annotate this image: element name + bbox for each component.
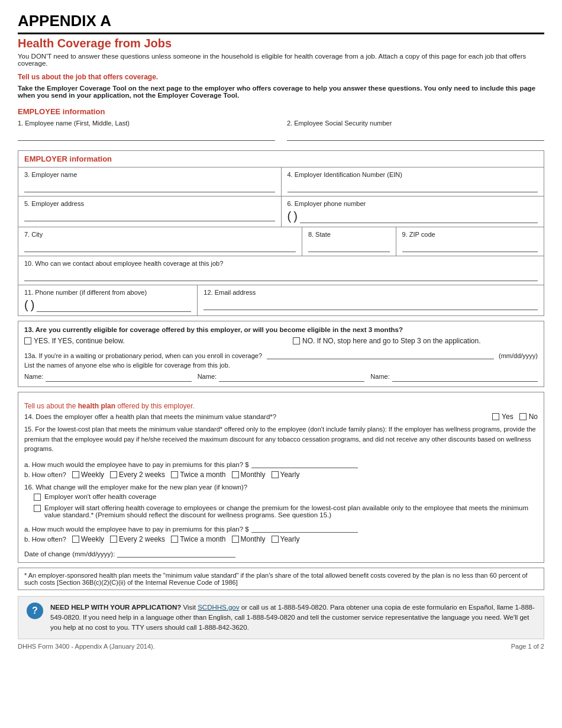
q15-weekly-option[interactable]: Weekly bbox=[72, 471, 104, 479]
yes-checkbox[interactable] bbox=[24, 337, 31, 344]
q15b-row: b. How often? Weekly Every 2 weeks Twice… bbox=[24, 471, 538, 479]
q16-monthly-option[interactable]: Monthly bbox=[232, 535, 266, 543]
employer-row-5-6: 5. Employer address 6. Employer phone nu… bbox=[18, 197, 544, 227]
help-box: ? NEED HELP WITH YOUR APPLICATION? Visit… bbox=[18, 596, 544, 640]
phone-diff-cell: 11. Phone number (if different from abov… bbox=[18, 285, 197, 315]
name1-input[interactable] bbox=[46, 371, 191, 382]
q15-twice-month-checkbox[interactable] bbox=[171, 471, 178, 478]
q16-option2-row[interactable]: Employer will start offering health cove… bbox=[34, 504, 538, 518]
q15-twice-month-option[interactable]: Twice a month bbox=[171, 471, 225, 479]
help-text1: Visit bbox=[183, 604, 198, 611]
q10-input[interactable] bbox=[24, 268, 538, 281]
q15-yearly-label: Yearly bbox=[280, 471, 300, 479]
q14-yes-label: Yes bbox=[502, 413, 513, 421]
q15-every2weeks-option[interactable]: Every 2 weeks bbox=[110, 471, 165, 479]
name3-input[interactable] bbox=[392, 371, 538, 382]
employee-name-group: 1. Employee name (First, Middle, Last) bbox=[18, 120, 275, 141]
q15-every2weeks-checkbox[interactable] bbox=[110, 471, 117, 478]
q8-label: 8. State bbox=[308, 231, 390, 238]
help-icon: ? bbox=[27, 603, 43, 619]
q12-input[interactable] bbox=[204, 297, 538, 310]
yes-option[interactable]: YES. If YES, continue below. bbox=[24, 337, 269, 345]
employer-section: EMPLOYER information 3. Employer name 4.… bbox=[18, 150, 544, 316]
q16-yearly-option[interactable]: Yearly bbox=[272, 535, 300, 543]
q16-twice-month-checkbox[interactable] bbox=[171, 536, 178, 543]
q5-input[interactable] bbox=[24, 208, 275, 221]
no-checkbox[interactable] bbox=[293, 337, 300, 344]
q15a-input[interactable] bbox=[251, 458, 358, 468]
q15-weekly-label: Weekly bbox=[81, 471, 104, 479]
q16-weekly-label: Weekly bbox=[81, 535, 104, 543]
q7-label: 7. City bbox=[24, 231, 296, 238]
q6-input[interactable] bbox=[300, 210, 538, 223]
employer-row-10: 10. Who can we contact about employee he… bbox=[18, 256, 544, 285]
q15-monthly-checkbox[interactable] bbox=[232, 471, 239, 478]
q13a-input[interactable] bbox=[267, 349, 494, 359]
q3-label: 3. Employer name bbox=[24, 171, 275, 178]
q4-input[interactable] bbox=[288, 179, 538, 192]
phone2-paren-close: ) bbox=[31, 298, 35, 312]
q15b-label: b. How often? bbox=[24, 471, 66, 478]
q16-option2-checkbox[interactable] bbox=[34, 505, 41, 512]
list-label: List the names of anyone else who is eli… bbox=[24, 362, 538, 369]
q1-input-line[interactable] bbox=[18, 128, 275, 141]
employer-address-cell: 5. Employer address bbox=[18, 197, 281, 227]
q15-yearly-option[interactable]: Yearly bbox=[272, 471, 300, 479]
q16-every2weeks-label: Every 2 weeks bbox=[119, 535, 165, 543]
name-fields-row: Name: Name: Name: bbox=[24, 371, 538, 382]
q16-option1-checkbox[interactable] bbox=[34, 494, 41, 501]
q16-yearly-label: Yearly bbox=[280, 535, 300, 543]
q9-input[interactable] bbox=[402, 239, 538, 252]
q16a-row: a. How much would the employee have to p… bbox=[24, 522, 538, 533]
q15-weekly-checkbox[interactable] bbox=[72, 471, 79, 478]
date-change-input[interactable] bbox=[117, 547, 235, 558]
bold-instruction: Take the Employer Coverage Tool on the n… bbox=[18, 85, 544, 99]
q14-label: 14. Does the employer offer a health pla… bbox=[24, 413, 486, 420]
q14-row: 14. Does the employer offer a health pla… bbox=[24, 413, 538, 421]
contact-cell: 10. Who can we contact about employee he… bbox=[18, 256, 544, 285]
q14-yes-checkbox[interactable] bbox=[492, 413, 499, 420]
q14-no-checkbox[interactable] bbox=[519, 413, 527, 420]
q3-input[interactable] bbox=[24, 179, 275, 192]
q13a-label: 13a. If you're in a waiting or probation… bbox=[24, 352, 262, 359]
q14-no-option[interactable]: No bbox=[519, 413, 538, 421]
q15-yearly-checkbox[interactable] bbox=[272, 471, 279, 478]
yes-no-row: YES. If YES, continue below. NO. If NO, … bbox=[24, 337, 538, 345]
q16-monthly-checkbox[interactable] bbox=[232, 536, 239, 543]
scdhhs-link[interactable]: SCDHHS.gov bbox=[198, 604, 239, 611]
q16-every2weeks-option[interactable]: Every 2 weeks bbox=[110, 535, 165, 543]
city-cell: 7. City bbox=[18, 227, 302, 256]
footer: DHHS Form 3400 - Appendix A (January 201… bbox=[18, 643, 544, 650]
name2-label: Name: bbox=[198, 373, 217, 380]
q16-weekly-checkbox[interactable] bbox=[72, 536, 79, 543]
no-option[interactable]: NO. If NO, stop here and go to Step 3 on… bbox=[293, 337, 538, 345]
name2-input[interactable] bbox=[219, 371, 364, 382]
q16-every2weeks-checkbox[interactable] bbox=[110, 536, 117, 543]
state-cell: 8. State bbox=[302, 227, 396, 256]
q11-input[interactable] bbox=[37, 299, 191, 312]
q16a-input[interactable] bbox=[251, 522, 358, 533]
q16-option2-label: Employer will start offering health cove… bbox=[44, 504, 538, 518]
q2-label: 2. Employee Social Security number bbox=[287, 120, 544, 127]
q16-yearly-checkbox[interactable] bbox=[272, 536, 279, 543]
q15-monthly-option[interactable]: Monthly bbox=[232, 471, 266, 479]
q14-yes-option[interactable]: Yes bbox=[492, 413, 513, 421]
q16-twice-month-label: Twice a month bbox=[180, 535, 225, 543]
q16-twice-month-option[interactable]: Twice a month bbox=[171, 535, 225, 543]
q9-label: 9. ZIP code bbox=[402, 231, 538, 238]
q13a-row: 13a. If you're in a waiting or probation… bbox=[24, 349, 538, 359]
q7-input[interactable] bbox=[24, 239, 296, 252]
q1-label: 1. Employee name (First, Middle, Last) bbox=[18, 120, 275, 127]
q14-no-label: No bbox=[529, 413, 538, 421]
name-field-2: Name: bbox=[198, 371, 365, 382]
q16-option1-row[interactable]: Employer won't offer health coverage bbox=[34, 493, 538, 501]
q8-input[interactable] bbox=[308, 239, 390, 252]
tell-us-link: Tell us about the job that offers covera… bbox=[18, 73, 544, 81]
q16a-label: a. How much would the employee have to p… bbox=[24, 526, 249, 533]
q16-options: Employer won't offer health coverage Emp… bbox=[34, 493, 538, 518]
ein-cell: 4. Employer Identification Number (EIN) bbox=[281, 167, 544, 196]
q16-weekly-option[interactable]: Weekly bbox=[72, 535, 104, 543]
q16-monthly-label: Monthly bbox=[241, 535, 266, 543]
q2-input-line[interactable] bbox=[287, 128, 544, 141]
zip-cell: 9. ZIP code bbox=[396, 227, 544, 256]
